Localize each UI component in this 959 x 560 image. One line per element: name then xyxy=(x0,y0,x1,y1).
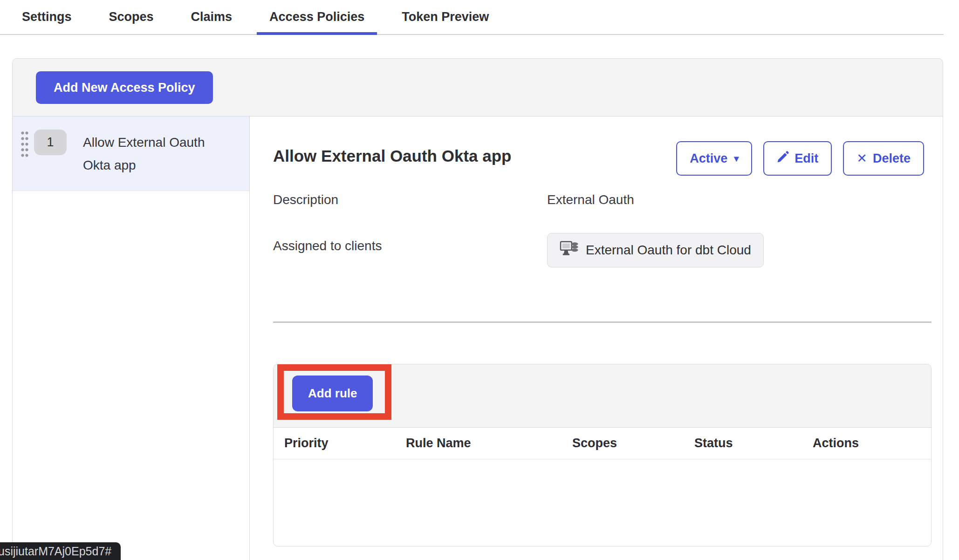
add-rule-button[interactable]: Add rule xyxy=(292,376,373,411)
tab-scopes[interactable]: Scopes xyxy=(96,0,166,34)
rules-card: Add rule Priority Rule Name Scopes Statu… xyxy=(273,364,932,546)
tab-claims[interactable]: Claims xyxy=(178,0,245,34)
pencil-icon xyxy=(777,151,789,166)
computer-icon xyxy=(560,240,579,261)
rules-header: Add rule xyxy=(274,364,931,428)
access-policies-panel: Add New Access Policy 1 Allow External O… xyxy=(12,58,943,560)
status-bar-link-tooltip: usijiutarM7Aj0Ep5d7# xyxy=(0,542,121,560)
section-divider xyxy=(273,321,932,323)
detail-header: Allow External Oauth Okta app Active ▾ E… xyxy=(273,141,932,176)
description-label: Description xyxy=(273,192,547,207)
client-chip[interactable]: External Oauth for dbt Cloud xyxy=(547,233,764,267)
policy-title: Allow External Oauth Okta app xyxy=(273,147,511,165)
rules-table-header: Priority Rule Name Scopes Status Actions xyxy=(274,428,931,459)
status-dropdown-button[interactable]: Active ▾ xyxy=(676,141,752,176)
status-label: Active xyxy=(690,151,727,166)
column-rule-name: Rule Name xyxy=(406,436,572,451)
policy-list-item[interactable]: 1 Allow External Oauth Okta app xyxy=(13,116,249,191)
description-row: Description External Oauth xyxy=(273,192,932,207)
description-value: External Oauth xyxy=(547,192,634,207)
policy-list: 1 Allow External Oauth Okta app xyxy=(13,116,250,560)
chevron-down-icon: ▾ xyxy=(734,153,739,164)
delete-label: Delete xyxy=(873,151,911,166)
tab-token-preview[interactable]: Token Preview xyxy=(389,0,501,34)
panel-body: 1 Allow External Oauth Okta app Allow Ex… xyxy=(13,116,943,560)
column-status: Status xyxy=(694,436,813,451)
column-priority: Priority xyxy=(274,436,406,451)
tab-settings[interactable]: Settings xyxy=(9,0,84,34)
panel-header: Add New Access Policy xyxy=(13,59,943,116)
rules-table-body-empty xyxy=(274,459,931,546)
assigned-clients-label: Assigned to clients xyxy=(273,233,547,253)
edit-button[interactable]: Edit xyxy=(763,141,832,176)
add-new-access-policy-button[interactable]: Add New Access Policy xyxy=(36,71,213,104)
annotation-highlight-box: Add rule xyxy=(277,364,391,420)
policy-order-badge: 1 xyxy=(34,130,67,155)
delete-button[interactable]: ✕ Delete xyxy=(843,141,924,176)
tab-access-policies[interactable]: Access Policies xyxy=(257,0,377,34)
policy-action-buttons: Active ▾ Edit ✕ Delete xyxy=(676,141,924,176)
client-chip-label: External Oauth for dbt Cloud xyxy=(586,243,751,258)
policy-name: Allow External Oauth Okta app xyxy=(83,131,220,177)
column-scopes: Scopes xyxy=(572,436,694,451)
assigned-clients-row: Assigned to clients xyxy=(273,233,932,267)
edit-label: Edit xyxy=(795,151,818,166)
column-actions: Actions xyxy=(813,436,931,451)
x-icon: ✕ xyxy=(856,151,867,166)
policy-detail-pane: Allow External Oauth Okta app Active ▾ E… xyxy=(250,116,943,560)
tab-bar: Settings Scopes Claims Access Policies T… xyxy=(0,0,944,35)
drag-handle-icon[interactable] xyxy=(21,131,29,158)
